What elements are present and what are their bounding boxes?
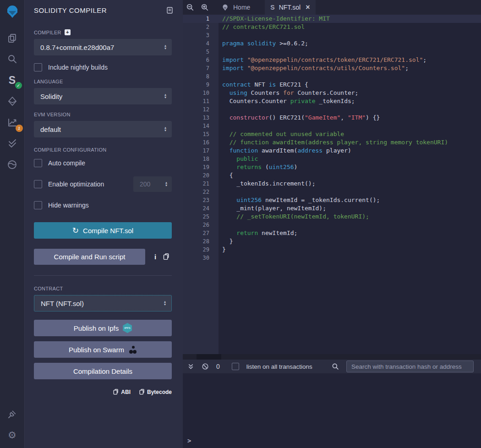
line-number: 2 — [183, 23, 219, 31]
code-line[interactable]: 4pragma solidity >=0.6.2; — [183, 39, 481, 48]
publish-ipfs-button[interactable]: Publish on Ipfs IPFS — [34, 320, 172, 336]
tab-nft-sol[interactable]: S NFT.sol × — [265, 0, 315, 15]
sidebar-item-file-explorer[interactable] — [5, 30, 20, 46]
code-line[interactable]: 25 // _setTokenURI(newItemId, tokenURI); — [183, 213, 481, 221]
code-line[interactable]: 20 { — [183, 171, 481, 180]
code-line[interactable]: 12 — [183, 105, 481, 114]
zoom-out-button[interactable] — [183, 0, 197, 15]
tab-nft-sol-label: NFT.sol — [279, 4, 301, 11]
terminal-output[interactable]: > — [183, 373, 481, 448]
sidebar-item-analyzer[interactable] — [5, 157, 20, 172]
contract-select[interactable]: NFT (NFT.sol) ▴▾ — [34, 295, 172, 311]
code-line[interactable]: 6import "@openzeppelin/contracts/token/E… — [183, 56, 481, 64]
copy-abi-button[interactable]: ABI — [113, 388, 131, 395]
code-text: _tokenIds.increment(); — [219, 180, 316, 188]
code-text: function awardItem(address player) — [219, 147, 351, 155]
code-line[interactable]: 9contract NFT is ERC721 { — [183, 81, 481, 89]
auto-compile-checkbox[interactable] — [34, 159, 42, 167]
code-line[interactable]: 23 uint256 newItemId = _tokenIds.current… — [183, 196, 481, 204]
evm-version-select[interactable]: default ▴▾ — [34, 121, 172, 137]
divider — [34, 275, 172, 276]
code-line[interactable]: 3 — [183, 31, 481, 39]
tab-home[interactable]: Home — [216, 0, 256, 15]
code-line[interactable]: 1//SPDX-License-Identifier: MIT — [183, 15, 481, 23]
terminal-prompt: > — [187, 437, 191, 444]
remix-logo[interactable] — [2, 2, 22, 22]
sidebar-item-deploy-run[interactable] — [5, 93, 20, 109]
line-number: 13 — [183, 114, 219, 122]
code-line[interactable]: 28 } — [183, 237, 481, 246]
line-number: 8 — [183, 72, 219, 81]
scrollbar-thumb[interactable] — [197, 354, 221, 360]
code-line[interactable]: 13 constructor() ERC721("GameItem", "ITM… — [183, 114, 481, 122]
code-line[interactable]: 24 _mint(player, newItemId); — [183, 204, 481, 213]
clear-terminal-icon[interactable] — [202, 363, 209, 370]
compile-button[interactable]: ↻ Compile NFT.sol — [34, 222, 172, 239]
remix-logo-icon — [4, 3, 21, 21]
code-line[interactable]: 16 // function awardItem(address player,… — [183, 138, 481, 147]
code-line[interactable]: 18 public — [183, 155, 481, 163]
hide-warnings-checkbox[interactable] — [34, 201, 42, 209]
evm-version-label: EVM VERSION — [34, 112, 172, 117]
code-line[interactable]: 17 function awardItem(address player) — [183, 147, 481, 155]
compilation-details-label: Compilation Details — [73, 367, 132, 375]
code-line[interactable]: 15 // commented out unused variable — [183, 130, 481, 138]
language-select[interactable]: Solidity ▴▾ — [34, 88, 172, 104]
enable-optimization-checkbox[interactable] — [34, 180, 42, 188]
code-line[interactable]: 22 — [183, 188, 481, 196]
add-compiler-icon[interactable]: + — [65, 29, 71, 35]
code-line[interactable]: 5 — [183, 48, 481, 56]
copy-bytecode-button[interactable]: Bytecode — [139, 388, 172, 395]
code-text: pragma solidity >=0.6.2; — [219, 39, 308, 48]
code-line[interactable]: 29} — [183, 246, 481, 254]
compiler-version-select[interactable]: 0.8.7+commit.e28d00a7 ▴▾ — [34, 39, 172, 55]
line-number: 14 — [183, 122, 219, 130]
close-tab-icon[interactable]: × — [306, 3, 310, 11]
code-line[interactable]: 8 — [183, 72, 481, 81]
horizontal-scrollbar[interactable] — [183, 354, 481, 360]
line-number: 27 — [183, 229, 219, 237]
line-number: 29 — [183, 246, 219, 254]
code-line[interactable]: 21 _tokenIds.increment(); — [183, 180, 481, 188]
sidebar-item-solidity-compiler[interactable]: S ✓ — [5, 72, 20, 88]
code-line[interactable]: 26 — [183, 221, 481, 229]
publish-ipfs-label: Publish on Ipfs — [74, 324, 119, 332]
gear-icon: ⚙ — [8, 430, 16, 440]
listen-transactions-checkbox[interactable] — [232, 363, 239, 370]
info-icon[interactable]: i — [154, 253, 156, 261]
optimization-runs-value: 200 — [140, 180, 150, 188]
code-line[interactable]: 14 — [183, 122, 481, 130]
language-value: Solidity — [40, 93, 62, 100]
enable-optimization-label: Enable optimization — [48, 180, 104, 188]
code-text: using Counters for Counters.Counter; — [219, 89, 358, 97]
compile-and-run-button[interactable]: Compile and Run script — [34, 249, 145, 265]
code-line[interactable]: 30 — [183, 254, 481, 262]
sidebar-item-plugin-manager[interactable] — [5, 406, 20, 421]
documentation-icon[interactable] — [166, 6, 174, 14]
collapse-terminal-icon[interactable] — [187, 363, 194, 370]
code-line[interactable]: 2// contracts/ERC721.sol — [183, 23, 481, 31]
abi-label: ABI — [121, 389, 131, 395]
zoom-in-button[interactable] — [197, 0, 212, 15]
code-line[interactable]: 10 using Counters for Counters.Counter; — [183, 89, 481, 97]
compilation-details-button[interactable]: Compilation Details — [34, 363, 172, 379]
optimization-runs-input[interactable]: 200 ▴▾ — [133, 176, 172, 192]
code-text: constructor() ERC721("GameItem", "ITM") … — [219, 114, 380, 122]
code-line[interactable]: 11 Counters.Counter private _tokenIds; — [183, 97, 481, 105]
terminal-search-input[interactable] — [346, 361, 474, 372]
publish-swarm-button[interactable]: Publish on Swarm — [34, 341, 172, 358]
sidebar-item-search[interactable] — [5, 51, 20, 67]
code-line[interactable]: 7import "@openzeppelin/contracts/utils/C… — [183, 64, 481, 72]
analytics-count-badge: 1 — [16, 125, 23, 132]
sidebar-item-unit-testing[interactable] — [5, 136, 20, 151]
code-text — [219, 31, 222, 39]
code-text: returns (uint256) — [219, 163, 297, 171]
code-text: { — [219, 171, 233, 180]
sidebar-item-analytics[interactable]: 1 — [5, 115, 20, 130]
code-editor[interactable]: 1//SPDX-License-Identifier: MIT2// contr… — [183, 15, 481, 354]
code-line[interactable]: 19 returns (uint256) — [183, 163, 481, 171]
code-line[interactable]: 27 return newItemId; — [183, 229, 481, 237]
nightly-builds-checkbox[interactable] — [34, 63, 42, 71]
copy-icon[interactable] — [163, 253, 169, 261]
sidebar-item-settings[interactable]: ⚙ — [5, 427, 20, 443]
